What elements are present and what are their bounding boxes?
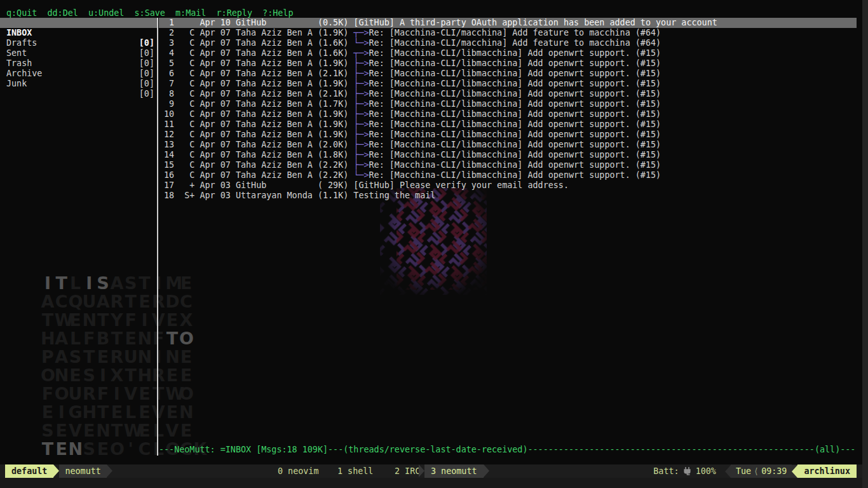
word-clock-row: PASTERUNINE (41, 348, 207, 366)
word-clock-row: HALFBTENFTO (41, 329, 207, 348)
mail-row[interactable]: 13 C Apr 07 Taha Aziz Ben A (2.0K) ├─>Re… (159, 140, 857, 150)
mail-row[interactable]: 18 S+ Apr 03 Uttarayan Monda (1.1K) Test… (159, 191, 857, 201)
mailbox-count: [0] (139, 89, 154, 99)
thread-tree-icon: └─> (353, 38, 369, 48)
mail-row-meta: 8 C Apr 07 Taha Aziz Ben A (2.1K) (159, 89, 353, 98)
mail-row-meta: 3 C Apr 07 Taha Aziz Ben A (1.6K) (159, 38, 353, 48)
power-plug-icon (683, 466, 691, 476)
mailbox-count: [0] (139, 79, 154, 89)
mail-row[interactable]: 3 C Apr 07 Taha Aziz Ben A (1.6K) └─>Re:… (159, 38, 857, 48)
thread-tree-icon: ├─> (353, 160, 369, 170)
day-label: Tue (736, 466, 751, 476)
mail-index: 1 Apr 10 GitHub (0.5K) [GitHub] A third-… (159, 18, 857, 201)
thread-tree-icon: ├─> (353, 150, 369, 159)
mail-subject: Re: [Macchina-CLI/libmacchina] Add openw… (369, 48, 661, 58)
mail-row[interactable]: 11 C Apr 07 Taha Aziz Ben A (1.9K) ├─>Re… (159, 119, 857, 130)
word-clock-row: ITLISASTIME (41, 274, 207, 292)
mail-row[interactable]: 7 C Apr 07 Taha Aziz Ben A (1.9K) ├─>Re:… (159, 79, 857, 89)
powerline-arrow-icon (792, 465, 797, 478)
mail-row-meta: 14 C Apr 07 Taha Aziz Ben A (1.8K) (159, 150, 353, 159)
thread-tree-icon: ├─> (353, 89, 369, 98)
powerline-arrow-icon (53, 464, 59, 477)
tmux-status-bar: default neomutt 0 neovim 1 shell 2 IRC 3… (0, 464, 862, 478)
mail-subject: Re: [Macchina-CLI/libmacchina] Add openw… (369, 89, 661, 98)
thread-tree-icon: ┬─> (353, 28, 369, 37)
sidebar-mailbox-inbox[interactable]: INBOX [0] (0, 18, 157, 28)
word-clock-row: SEVENTWELVE (41, 421, 207, 440)
mail-subject: Re: [Macchina-CLI/libmacchina] Add openw… (369, 69, 661, 78)
mail-row[interactable]: 8 C Apr 07 Taha Aziz Ben A (2.1K) ├─>Re:… (159, 89, 857, 99)
screen-edge-bottom (0, 478, 862, 488)
word-clock-row: FOURFIVETWO (41, 384, 207, 403)
mail-subject: Re: [Macchina-CLI/macchina] Add feature … (369, 38, 661, 48)
word-clock-row: TWENTYFIVEX (41, 311, 207, 329)
thread-tree-icon: ├─> (353, 130, 369, 139)
mail-row[interactable]: 16 C Apr 07 Taha Aziz Ben A (2.2K) └─>Re… (159, 170, 857, 180)
mail-row[interactable]: 5 C Apr 07 Taha Aziz Ben A (1.9K) ├─>Re:… (159, 58, 857, 69)
thread-tree-icon: ├─> (353, 79, 369, 88)
mail-row-meta: 16 C Apr 07 Taha Aziz Ben A (2.2K) (159, 170, 353, 180)
mail-row[interactable]: 14 C Apr 07 Taha Aziz Ben A (1.8K) ├─>Re… (159, 150, 857, 160)
sidebar-mailbox-sent[interactable]: Sent [0] (0, 38, 157, 48)
mail-row[interactable]: 4 C Apr 07 Taha Aziz Ben A (1.6K) ┬─>Re:… (159, 48, 857, 58)
tmux-window-neovim[interactable]: 0 neovim (278, 464, 319, 478)
battery-label: Batt: (653, 464, 679, 478)
sidebar-mailbox-archive[interactable]: Archive [0] (0, 58, 157, 69)
mail-row[interactable]: 6 C Apr 07 Taha Aziz Ben A (2.1K) ├─>Re:… (159, 69, 857, 79)
sidebar-divider (157, 18, 158, 456)
mail-row-meta: 15 C Apr 07 Taha Aziz Ben A (2.2K) (159, 160, 353, 170)
mail-subject: Re: [Macchina-CLI/libmacchina] Add openw… (369, 58, 661, 68)
wallpaper-word-clock: ITLISASTIME ACQUARTERDC TWENTYFIVEX HALF… (41, 274, 207, 458)
sidebar-mailbox-trash[interactable]: Trash [0] (0, 48, 157, 58)
mail-subject: Re: [Macchina-CLI/libmacchina] Add openw… (369, 140, 661, 149)
mail-row[interactable]: 15 C Apr 07 Taha Aziz Ben A (2.2K) ├─>Re… (159, 160, 857, 170)
tmux-clock-segment: Tue⟨09:39 (731, 464, 792, 478)
thread-tree-icon: ├─> (353, 58, 369, 68)
mail-subject: Testing the mail (353, 191, 435, 200)
mail-row-meta: 5 C Apr 07 Taha Aziz Ben A (1.9K) (159, 58, 353, 68)
mail-row[interactable]: 10 C Apr 07 Taha Aziz Ben A (1.9K) ├─>Re… (159, 109, 857, 119)
powerline-arrow-icon (725, 465, 731, 478)
tmux-active-window-label: 3 neomutt (424, 464, 484, 478)
powerline-arrow-icon (484, 464, 489, 477)
mailbox-name: Junk (6, 79, 27, 89)
powerline-arrow-icon (107, 464, 112, 477)
tmux-session-badge[interactable]: default (5, 464, 53, 478)
mail-row[interactable]: 9 C Apr 07 Taha Aziz Ben A (1.7K) ├─>Re:… (159, 99, 857, 109)
thread-tree-icon: ┬─> (353, 48, 369, 58)
word-clock-row: EIGHTELEVEN (41, 403, 207, 421)
mail-subject: Re: [Macchina-CLI/libmacchina] Add openw… (369, 160, 661, 170)
thread-tree-icon: ├─> (353, 99, 369, 109)
mail-subject: Re: [Macchina-CLI/libmacchina] Add openw… (369, 130, 661, 139)
angle-separator-icon: ⟨ (751, 466, 761, 476)
mail-subject: Re: [Macchina-CLI/libmacchina] Add openw… (369, 79, 661, 88)
screen-edge-right (862, 0, 868, 488)
neomutt-help-bar: q:Quit dd:Del u:Undel s:Save m:Mail r:Re… (6, 8, 293, 18)
mail-subject: [GitHub] Please verify your email addres… (353, 180, 569, 190)
thread-tree-icon: └─> (353, 170, 369, 180)
hostname-badge: archlinux (797, 464, 857, 478)
thread-tree-icon: ├─> (353, 69, 369, 78)
battery-percentage: 100% (696, 464, 716, 478)
mail-row-meta: 18 S+ Apr 03 Uttarayan Monda (1.1K) (159, 191, 353, 200)
tmux-window-irc[interactable]: 2 IRC (395, 464, 420, 478)
mail-row[interactable]: 12 C Apr 07 Taha Aziz Ben A (1.9K) ├─>Re… (159, 130, 857, 140)
mail-subject: Re: [Macchina-CLI/macchina] Add feature … (369, 28, 661, 37)
mail-subject: Re: [Macchina-CLI/libmacchina] Add openw… (369, 170, 661, 180)
mail-row[interactable]: 17 + Apr 03 GitHub ( 29K) [GitHub] Pleas… (159, 180, 857, 191)
mail-row-meta: 11 C Apr 07 Taha Aziz Ben A (1.9K) (159, 119, 353, 129)
mail-subject: Re: [Macchina-CLI/libmacchina] Add openw… (369, 119, 661, 129)
sidebar-mailbox-junk[interactable]: Junk [0] (0, 69, 157, 79)
mail-row-meta: 4 C Apr 07 Taha Aziz Ben A (1.6K) (159, 48, 353, 58)
tmux-window-neomutt-active[interactable]: 3 neomutt (419, 464, 489, 478)
mail-row[interactable]: 1 Apr 10 GitHub (0.5K) [GitHub] A third-… (159, 18, 857, 28)
mail-row-meta: 13 C Apr 07 Taha Aziz Ben A (2.0K) (159, 140, 353, 149)
mail-row-meta: 12 C Apr 07 Taha Aziz Ben A (1.9K) (159, 130, 353, 139)
tmux-window-shell[interactable]: 1 shell (337, 464, 373, 478)
time-label: 09:39 (761, 466, 787, 476)
mail-row[interactable]: 2 C Apr 07 Taha Aziz Ben A (1.9K) ┬─>Re:… (159, 28, 857, 38)
mail-subject: Re: [Macchina-CLI/libmacchina] Add openw… (369, 99, 661, 109)
wallpaper-knot-pattern (380, 188, 487, 295)
mail-subject: Re: [Macchina-CLI/libmacchina] Add openw… (369, 150, 661, 159)
sidebar-mailbox-drafts[interactable]: Drafts [0] (0, 28, 157, 38)
